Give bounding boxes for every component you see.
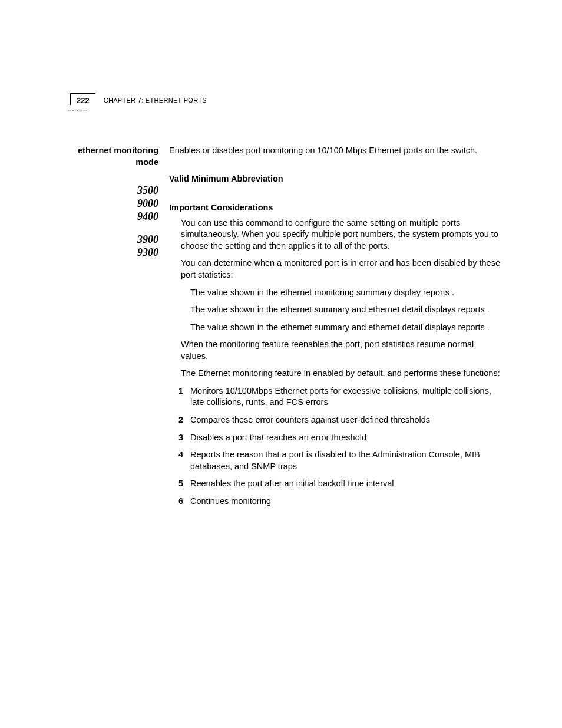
consideration-item: You can use this command to configure th… [181,218,503,252]
item-number: 5 [169,478,190,490]
item-text: Continues monitoring [190,496,271,508]
important-considerations-heading: Important Considerations [169,202,503,214]
product-code: 9400 [68,210,158,223]
product-group-2: 3900 9300 [68,233,158,259]
sidebar: ethernet monitoring mode 3500 9000 9400 … [68,145,169,514]
item-number: 4 [169,449,190,472]
sub-bullet: The value shown in the ethernet monitori… [181,287,503,299]
bullet-mark-icon [181,287,190,299]
numbered-item: 5 Reenables the port after an initial ba… [169,478,503,490]
sub-bullet-text: The value shown in the ethernet summary … [190,304,490,316]
content-area: ethernet monitoring mode 3500 9000 9400 … [68,145,503,514]
bullet-mark-icon [181,304,190,316]
numbered-item: 4 Reports the reason that a port is disa… [169,449,503,472]
sub-bullet-text: The value shown in the ethernet monitori… [190,287,454,299]
important-considerations-section: Important Considerations You can use thi… [169,202,503,507]
product-code: 9300 [68,246,158,259]
product-group-1: 3500 9000 9400 [68,185,158,223]
numbered-item: 6 Continues monitoring [169,496,503,508]
item-text: Compares these error counters against us… [190,414,430,426]
valid-min-abbrev-heading: Valid Minimum Abbreviation [169,173,503,185]
numbered-item: 1 Monitors 10/100Mbps Ethernet ports for… [169,386,503,409]
valid-min-abbrev-section: Valid Minimum Abbreviation [169,173,503,185]
sidebar-title: ethernet monitoring mode [68,145,158,168]
numbered-item: 3 Disables a port that reaches an error … [169,432,503,444]
bullet-mark-icon [181,322,190,334]
chapter-label: CHAPTER 7: ETHERNET PORTS [95,93,207,104]
item-number: 6 [169,496,190,508]
consideration-item: You can determine when a monitored port … [181,258,503,281]
item-number: 2 [169,414,190,426]
numbered-item: 2 Compares these error counters against … [169,414,503,426]
sub-bullet-text: The value shown in the ethernet summary … [190,322,490,334]
numbered-list: 1 Monitors 10/100Mbps Ethernet ports for… [169,386,503,508]
page-number: 222 [70,93,95,105]
intro-paragraph: Enables or disables port monitoring on 1… [169,145,503,157]
main-column: Enables or disables port monitoring on 1… [169,145,503,514]
product-code: 9000 [68,197,158,210]
page: 222 CHAPTER 7: ETHERNET PORTS ········· … [0,0,562,728]
page-header: 222 CHAPTER 7: ETHERNET PORTS [68,93,503,105]
product-code: 3900 [68,233,158,246]
product-code: 3500 [68,185,158,197]
item-text: Monitors 10/100Mbps Ethernet ports for e… [190,386,503,409]
item-number: 1 [169,386,190,409]
decorative-dots: ········· [68,107,88,113]
paragraph: The Ethernet monitoring feature in enabl… [181,368,503,380]
item-text: Reenables the port after an initial back… [190,478,394,490]
item-text: Reports the reason that a port is disabl… [190,449,503,472]
item-number: 3 [169,432,190,444]
paragraph: When the monitoring feature reenables th… [181,339,503,362]
sub-bullet: The value shown in the ethernet summary … [181,322,503,334]
item-text: Disables a port that reaches an error th… [190,432,366,444]
sub-bullet: The value shown in the ethernet summary … [181,304,503,316]
